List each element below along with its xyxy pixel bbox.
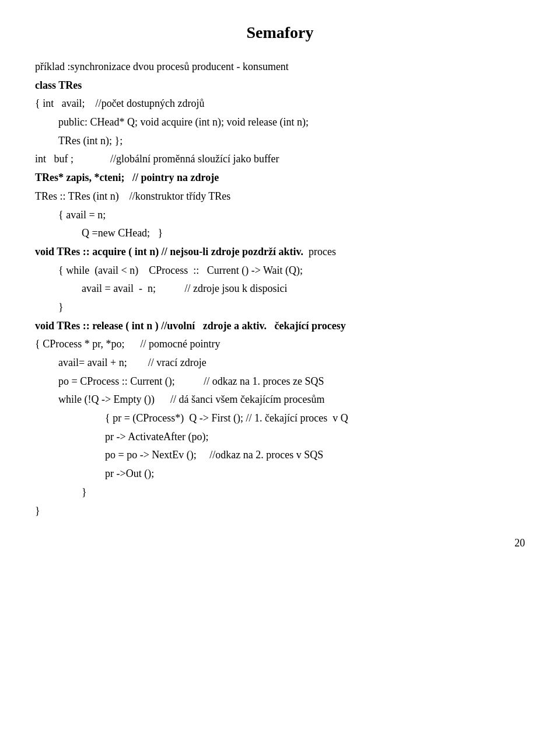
- line-public: public: CHead* Q; void acquire (int n); …: [35, 114, 525, 131]
- line-q-new: Q =new CHead; }: [35, 225, 525, 242]
- line-tres-constructor: TRes :: TRes (int n) //konstruktor třídy…: [35, 188, 525, 205]
- content-area: příklad :synchronizace dvou procesů prod…: [35, 58, 525, 520]
- line-pr-activate: pr -> ActivateAfter (po);: [35, 429, 525, 446]
- line-tres-int: TRes (int n); };: [35, 133, 525, 150]
- line-po-current: po = CProcess :: Current (); // odkaz na…: [35, 373, 525, 391]
- line-avail-plus: avail= avail + n; // vrací zdroje: [35, 354, 525, 372]
- line-int-buf: int buf ; //globální proměnná sloužící j…: [35, 151, 525, 168]
- page-number: 20: [35, 537, 525, 549]
- line-avail-n: { avail = n;: [35, 207, 525, 224]
- line-intro: příklad :synchronizace dvou procesů prod…: [35, 58, 525, 76]
- line-close-outer: }: [35, 503, 525, 520]
- line-pr-first: { pr = (CProcess*) Q -> First (); // 1. …: [35, 410, 525, 427]
- line-void-acquire: void TRes :: acquire ( int n) // nejsou-…: [35, 243, 525, 261]
- line-brace-open: { int avail; //počet dostupných zdrojů: [35, 95, 525, 113]
- line-close-inner: }: [35, 484, 525, 501]
- line-cprocess-pr: { CProcess * pr, *po; // pomocné pointry: [35, 336, 525, 353]
- line-pr-out: pr ->Out ();: [35, 465, 525, 483]
- line-avail-avail: avail = avail - n; // zdroje jsou k disp…: [35, 280, 525, 298]
- line-void-release: void TRes :: release ( int n ) //uvolní …: [35, 318, 525, 335]
- line-close-brace: }: [35, 299, 525, 316]
- line-tres-star: TRes* zapis, *cteni; // pointry na zdroj…: [35, 169, 525, 187]
- line-void-release-text: void TRes :: release ( int n ) //uvolní …: [35, 318, 346, 335]
- line-while-q: while (!Q -> Empty ()) // dá šanci všem …: [35, 391, 525, 409]
- line-void-acquire-text: void TRes :: acquire ( int n) // nejsou-…: [35, 243, 336, 261]
- line-class-tres: class TRes: [35, 77, 525, 95]
- line-while: { while (avail < n) CProcess :: Current …: [35, 262, 525, 280]
- page-title: Semafory: [35, 23, 525, 42]
- line-po-nextev: po = po -> NextEv (); //odkaz na 2. proc…: [35, 447, 525, 464]
